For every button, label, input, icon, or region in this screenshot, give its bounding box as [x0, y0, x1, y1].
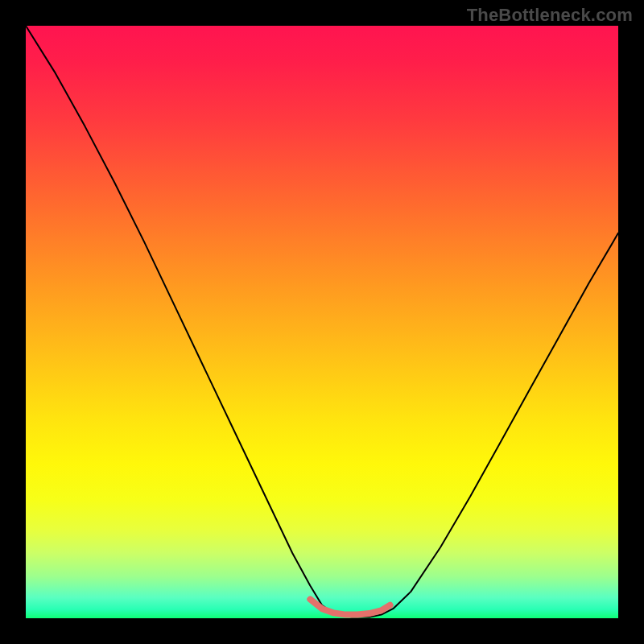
curve-svg [26, 26, 618, 618]
trough-marker [310, 599, 390, 614]
chart-frame: TheBottleneck.com [0, 0, 644, 644]
bottleneck-curve [26, 26, 618, 617]
plot-area [26, 26, 618, 618]
watermark-text: TheBottleneck.com [467, 5, 633, 26]
